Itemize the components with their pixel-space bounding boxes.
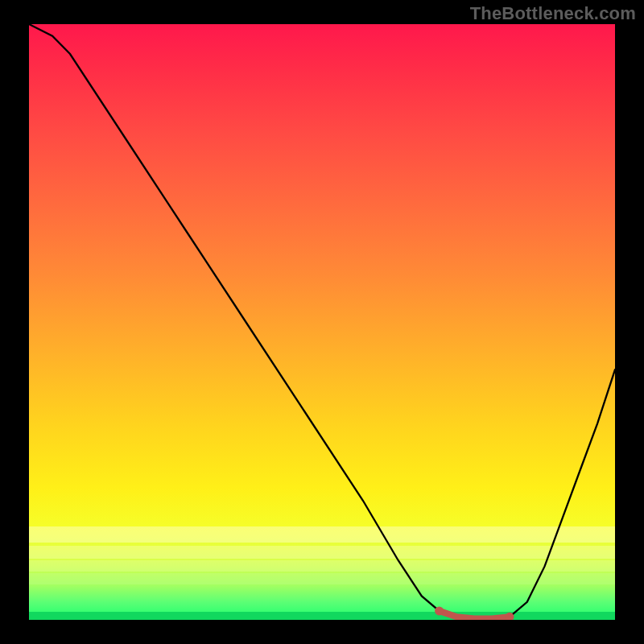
watermark-text: TheBottleneck.com: [470, 3, 636, 24]
main-curve-path: [29, 24, 615, 619]
highlight-curve-path: [440, 611, 510, 619]
plot-area: [29, 24, 615, 620]
highlight-end-dot: [435, 606, 444, 615]
chart-svg: [29, 24, 615, 620]
curve-group: [29, 24, 615, 620]
chart-frame: TheBottleneck.com: [0, 0, 644, 644]
